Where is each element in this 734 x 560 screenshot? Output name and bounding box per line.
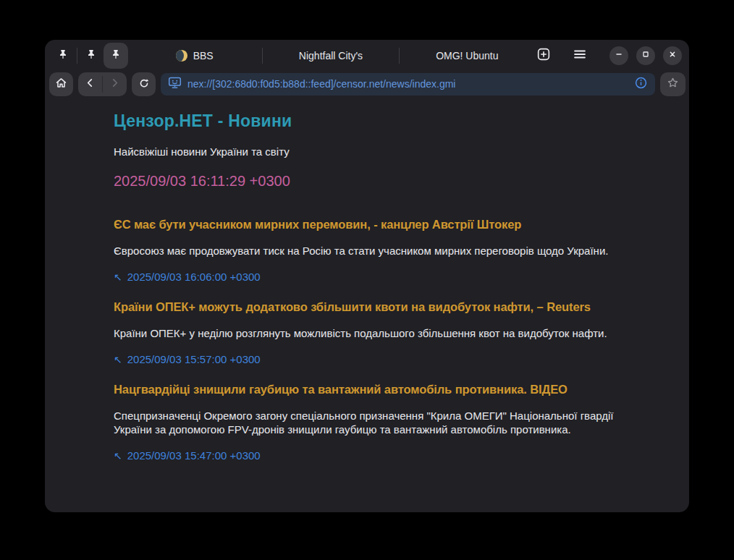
tab-separator: [77, 48, 77, 64]
tab-label: OMG! Ubuntu: [436, 50, 498, 61]
close-icon: [667, 48, 678, 62]
tab-separator: [399, 48, 400, 64]
pushpin-icon: [110, 48, 122, 62]
new-tab-plus-icon: [536, 46, 552, 64]
page-subtitle: Найсвіжіші новини України та світу: [114, 145, 620, 158]
article-headline: Країни ОПЕК+ можуть додатково збільшити …: [114, 299, 620, 315]
history-buttons: [78, 72, 127, 96]
url-bar[interactable]: nex://[302:68d0:f0d5:b88d::feed]/censor.…: [161, 73, 655, 96]
reload-icon: [138, 77, 151, 92]
forward-button[interactable]: [103, 72, 127, 96]
back-button[interactable]: [78, 72, 102, 96]
tab-separator: [262, 48, 263, 64]
gemtext-document: Цензор.НЕТ - Новини Найсвіжіші новини Ук…: [114, 100, 620, 512]
link-arrow-icon: ↖: [114, 450, 122, 462]
tab-bbs[interactable]: BBS: [128, 40, 261, 71]
page-title: Цензор.НЕТ - Новини: [114, 110, 620, 132]
minimize-icon: [613, 48, 625, 62]
tab-label: BBS: [193, 50, 214, 61]
link-timestamp-text: 2025/09/03 15:57:00 +0300: [127, 353, 261, 365]
link-arrow-icon: ↖: [114, 271, 122, 283]
pinned-tab-2[interactable]: [79, 43, 104, 69]
forward-chevron-icon: [109, 77, 121, 91]
reload-button[interactable]: [132, 72, 156, 96]
article-timestamp-link[interactable]: ↖2025/09/03 16:06:00 +0300: [114, 270, 620, 284]
tab-label: Nightfall City's: [299, 50, 363, 61]
home-icon: [54, 76, 68, 92]
page-content: Цензор.НЕТ - Новини Найсвіжіші новини Ук…: [45, 100, 689, 512]
crescent-moon-icon: [176, 50, 187, 61]
back-chevron-icon: [84, 77, 96, 91]
star-icon: [666, 76, 680, 92]
article-timestamp-link[interactable]: ↖2025/09/03 15:47:00 +0300: [114, 449, 620, 463]
pinned-tab-3-active[interactable]: [104, 43, 128, 69]
hamburger-icon: [572, 46, 588, 64]
page-info-button[interactable]: [634, 76, 648, 92]
article-3: Нацгвардійці знищили гаубицю та вантажни…: [114, 381, 620, 463]
link-arrow-icon: ↖: [114, 354, 122, 365]
link-timestamp-text: 2025/09/03 16:06:00 +0300: [127, 271, 261, 283]
close-button[interactable]: [663, 46, 682, 65]
tab-bar: BBS Nightfall City's OMG! Ubuntu: [45, 40, 689, 71]
article-timestamp-link[interactable]: ↖2025/09/03 15:57:00 +0300: [114, 352, 620, 367]
maximize-button[interactable]: [636, 46, 655, 65]
url-input[interactable]: nex://[302:68d0:f0d5:b88d::feed]/censor.…: [187, 78, 628, 90]
tab-omg-ubuntu[interactable]: OMG! Ubuntu: [401, 40, 533, 71]
browser-window: BBS Nightfall City's OMG! Ubuntu: [45, 40, 689, 512]
info-icon: [634, 76, 648, 92]
article-headline: ЄС має бути учасником мирних перемовин, …: [114, 216, 620, 232]
pinned-tab-1[interactable]: [51, 43, 75, 69]
maximize-icon: [640, 48, 651, 62]
link-timestamp-text: 2025/09/03 15:47:00 +0300: [127, 449, 261, 462]
article-list: ЄС має бути учасником мирних перемовин, …: [114, 216, 620, 463]
pushpin-icon: [85, 48, 97, 62]
minimize-button[interactable]: [609, 46, 628, 65]
bookmark-button[interactable]: [660, 72, 686, 96]
article-2: Країни ОПЕК+ можуть додатково збільшити …: [114, 299, 620, 367]
article-1: ЄС має бути учасником мирних перемовин, …: [114, 216, 620, 284]
nex-monitor-icon: [168, 76, 182, 93]
home-button[interactable]: [49, 72, 73, 96]
menu-button[interactable]: [570, 46, 590, 66]
article-summary: Країни ОПЕК+ у неділю розглянуть можливі…: [114, 326, 620, 340]
pinned-tabs: [51, 40, 128, 71]
tab-bar-controls: [533, 46, 682, 66]
tab-nightfall-citys[interactable]: Nightfall City's: [264, 40, 397, 71]
pushpin-icon: [57, 48, 69, 62]
navigation-bar: nex://[302:68d0:f0d5:b88d::feed]/censor.…: [45, 71, 689, 100]
article-summary: Євросоюз має продовжувати тиск на Росію …: [114, 244, 620, 258]
new-tab-button[interactable]: [533, 46, 554, 66]
feed-updated-timestamp: 2025/09/03 16:11:29 +0300: [114, 171, 620, 190]
article-headline: Нацгвардійці знищили гаубицю та вантажни…: [114, 381, 620, 397]
article-summary: Спецпризначенці Окремого загону спеціаль…: [114, 409, 620, 436]
